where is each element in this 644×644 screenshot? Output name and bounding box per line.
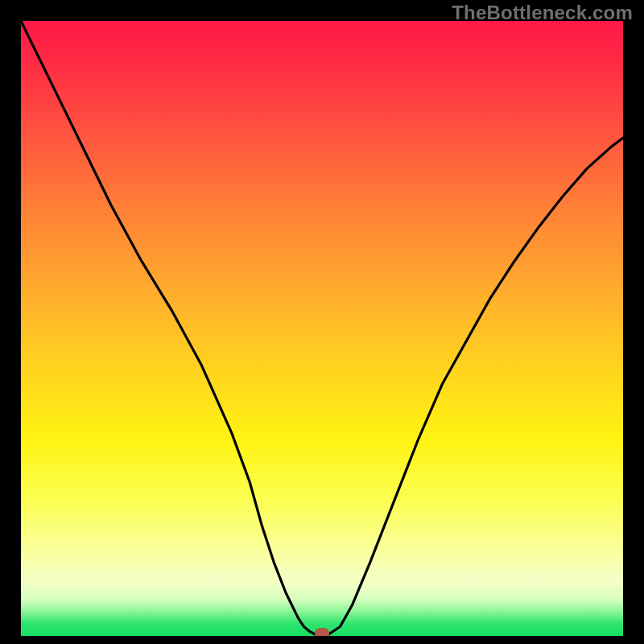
bottleneck-curve bbox=[21, 21, 623, 636]
chart-frame: TheBottleneck.com bbox=[0, 0, 644, 644]
optimum-marker bbox=[315, 628, 329, 636]
plot-area bbox=[21, 21, 623, 636]
watermark-text: TheBottleneck.com bbox=[452, 2, 633, 24]
